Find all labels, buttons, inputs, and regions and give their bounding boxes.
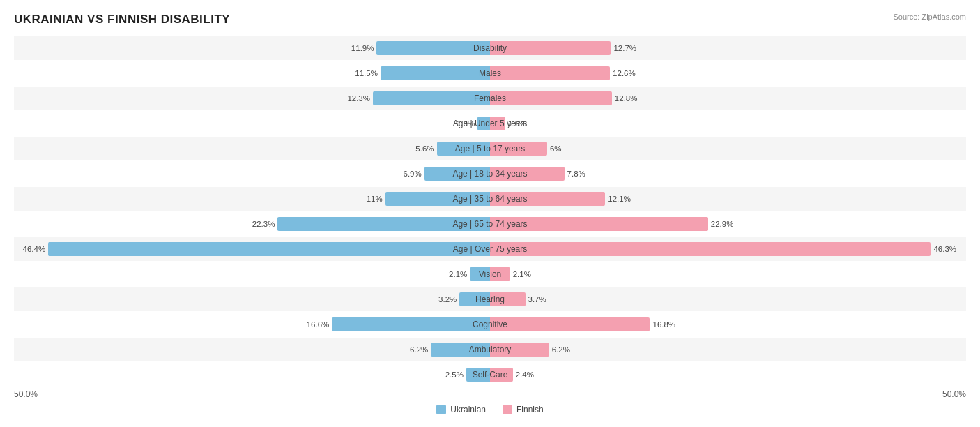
- value-left-5: 6.9%: [404, 170, 424, 178]
- value-right-7: 22.9%: [708, 220, 734, 228]
- bar-left-1: [381, 66, 490, 80]
- bar-row: 1.3%1.6%Age | Under 5 years: [14, 112, 966, 135]
- value-left-12: 6.2%: [410, 345, 431, 354]
- bar-left-12: [431, 343, 490, 357]
- chart-body: 11.9%12.7%Disability11.5%12.6%Males12.3%…: [14, 36, 966, 387]
- legend-color-finnish: [503, 405, 512, 414]
- value-right-9: 2.1%: [510, 270, 531, 278]
- bar-right-4: [490, 142, 547, 156]
- legend-ukrainian: Ukrainian: [436, 405, 486, 414]
- value-left-0: 11.9%: [351, 44, 377, 52]
- chart-header: UKRAINIAN VS FINNISH DISABILITY Source: …: [14, 13, 966, 27]
- chart-container: UKRAINIAN VS FINNISH DISABILITY Source: …: [0, 0, 980, 427]
- bar-row: 46.4%46.3%Age | Over 75 years: [14, 237, 966, 261]
- bar-row: 11.5%12.6%Males: [14, 61, 966, 85]
- value-right-13: 2.4%: [513, 370, 534, 379]
- value-right-10: 3.7%: [526, 295, 546, 304]
- bar-left-4: [437, 142, 490, 156]
- bar-row: 22.3%22.9%Age | 65 to 74 years: [14, 212, 966, 236]
- bar-right-2: [490, 91, 612, 105]
- bar-right-8: [490, 242, 931, 256]
- bar-row: 2.5%2.4%Self-Care: [14, 363, 966, 387]
- bar-row: 11.9%12.7%Disability: [14, 36, 966, 60]
- bar-row: 2.1%2.1%Vision: [14, 262, 966, 286]
- chart-source: Source: ZipAtlas.com: [893, 13, 966, 21]
- bar-right-7: [490, 217, 708, 231]
- legend-finnish: Finnish: [503, 405, 544, 414]
- value-left-2: 12.3%: [347, 94, 373, 103]
- axis-left: 50.0%: [14, 389, 490, 399]
- legend-label-ukrainian: Ukrainian: [450, 405, 486, 414]
- bar-row: 12.3%12.8%Females: [14, 87, 966, 110]
- bar-left-7: [277, 217, 490, 231]
- value-left-11: 16.6%: [307, 320, 332, 329]
- legend: Ukrainian Finnish: [14, 405, 966, 414]
- bar-right-13: [490, 368, 513, 382]
- bar-right-0: [490, 41, 611, 55]
- value-right-3: 1.6%: [505, 119, 526, 128]
- bar-left-13: [466, 368, 490, 382]
- legend-label-finnish: Finnish: [516, 405, 544, 414]
- value-right-8: 46.3%: [931, 245, 956, 253]
- bar-left-9: [470, 267, 490, 281]
- bar-right-11: [490, 317, 650, 331]
- bar-row: 11%12.1%Age | 35 to 64 years: [14, 187, 966, 211]
- value-right-4: 6%: [547, 144, 562, 153]
- value-left-4: 5.6%: [415, 144, 436, 153]
- bar-left-2: [373, 91, 490, 105]
- axis-right: 50.0%: [490, 389, 966, 399]
- bar-right-6: [490, 192, 605, 206]
- legend-color-ukrainian: [436, 405, 446, 414]
- bar-left-5: [424, 167, 490, 181]
- value-right-12: 6.2%: [549, 345, 570, 354]
- value-right-5: 7.8%: [565, 170, 585, 178]
- bar-right-9: [490, 267, 510, 281]
- value-right-11: 16.8%: [650, 320, 675, 329]
- bar-left-0: [376, 41, 490, 55]
- bar-left-11: [332, 317, 490, 331]
- bar-left-6: [385, 192, 490, 206]
- bar-right-10: [490, 292, 526, 306]
- value-right-0: 12.7%: [611, 44, 636, 52]
- value-left-8: 46.4%: [23, 245, 49, 253]
- bar-right-1: [490, 66, 610, 80]
- axis-row: 50.0% 50.0%: [14, 389, 966, 399]
- bar-left-3: [477, 117, 490, 130]
- value-left-10: 3.2%: [438, 295, 459, 304]
- bar-right-5: [490, 167, 565, 181]
- value-right-2: 12.8%: [612, 94, 638, 103]
- value-left-6: 11%: [367, 195, 385, 203]
- value-left-1: 11.5%: [355, 69, 381, 77]
- bar-row: 6.2%6.2%Ambulatory: [14, 338, 966, 361]
- chart-title: UKRAINIAN VS FINNISH DISABILITY: [14, 13, 230, 27]
- value-right-6: 12.1%: [605, 195, 631, 203]
- bar-row: 16.6%16.8%Cognitive: [14, 313, 966, 336]
- bar-row: 6.9%7.8%Age | 18 to 34 years: [14, 162, 966, 186]
- bar-left-8: [48, 242, 490, 256]
- bar-right-12: [490, 343, 549, 357]
- value-left-3: 1.3%: [457, 119, 477, 128]
- value-left-9: 2.1%: [449, 270, 470, 278]
- bar-right-3: [490, 117, 505, 130]
- bar-left-10: [459, 292, 490, 306]
- value-right-1: 12.6%: [610, 69, 636, 77]
- bar-row: 3.2%3.7%Hearing: [14, 287, 966, 311]
- bar-row: 5.6%6%Age | 5 to 17 years: [14, 137, 966, 160]
- value-left-13: 2.5%: [445, 370, 466, 379]
- value-left-7: 22.3%: [252, 220, 278, 228]
